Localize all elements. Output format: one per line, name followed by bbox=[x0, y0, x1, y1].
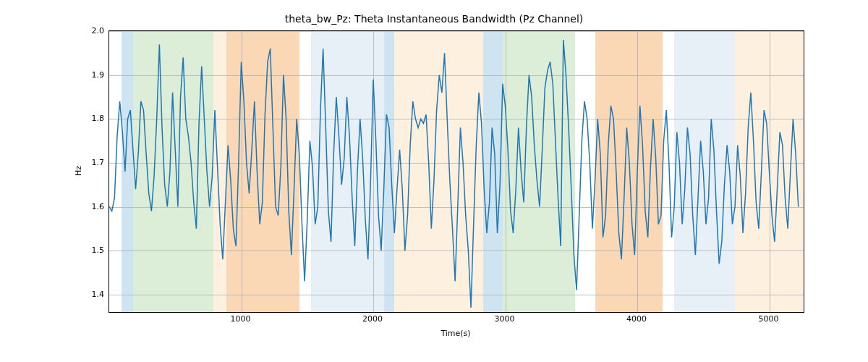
y-tick-label: 1.9 bbox=[92, 70, 105, 79]
y-tick-label: 1.8 bbox=[92, 114, 105, 123]
y-axis-label: Hz bbox=[74, 166, 83, 176]
x-tick-label: 1000 bbox=[231, 314, 251, 324]
y-tick-label: 2.0 bbox=[92, 26, 105, 35]
y-tick-label: 1.6 bbox=[92, 201, 105, 211]
y-tick-label: 1.7 bbox=[92, 157, 105, 167]
y-tick-label: 1.4 bbox=[92, 289, 105, 298]
x-tick-label: 4000 bbox=[626, 314, 647, 324]
y-tick-label: 1.5 bbox=[92, 245, 105, 255]
x-tick-label: 2000 bbox=[362, 314, 383, 324]
axes-area bbox=[109, 30, 804, 313]
figure: theta_bw_Pz: Theta Instantaneous Bandwid… bbox=[0, 0, 868, 362]
x-axis-label: Time(s) bbox=[441, 329, 470, 338]
x-tick-label: 5000 bbox=[759, 314, 779, 324]
x-tick-label: 3000 bbox=[495, 314, 515, 324]
line-series-layer bbox=[109, 31, 804, 312]
series-theta-bw-pz bbox=[109, 40, 799, 308]
chart-title: theta_bw_Pz: Theta Instantaneous Bandwid… bbox=[0, 13, 868, 25]
